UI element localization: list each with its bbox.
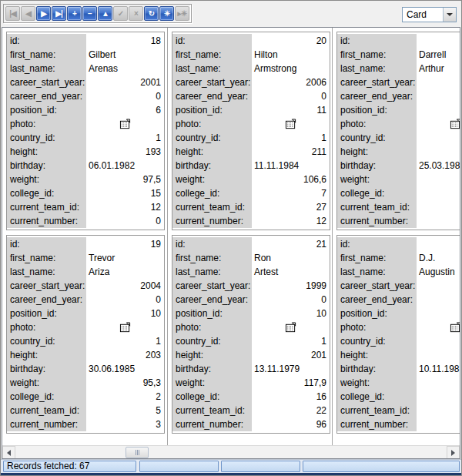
field-value[interactable]: 30.06.1985 bbox=[86, 362, 164, 376]
blob-photo-icon[interactable] bbox=[285, 322, 296, 334]
field-value[interactable] bbox=[417, 279, 460, 293]
field-value[interactable] bbox=[417, 376, 460, 390]
field-value[interactable]: 1999 bbox=[252, 279, 330, 293]
field-value[interactable]: 12 bbox=[86, 200, 164, 214]
field-value[interactable]: Artest bbox=[252, 265, 330, 279]
field-value[interactable]: 5 bbox=[86, 404, 164, 417]
field-value[interactable]: 2006 bbox=[252, 75, 330, 89]
field-value[interactable] bbox=[417, 334, 460, 348]
refresh-button[interactable]: ↻ bbox=[144, 6, 159, 21]
field-value[interactable]: 20 bbox=[252, 34, 330, 48]
field-value[interactable]: 12 bbox=[252, 214, 330, 228]
scrollbar-thumb[interactable] bbox=[126, 447, 149, 458]
field-value[interactable]: 203 bbox=[86, 348, 164, 362]
field-value[interactable]: 1 bbox=[86, 131, 164, 145]
field-value[interactable] bbox=[86, 117, 164, 131]
field-value[interactable] bbox=[252, 320, 330, 334]
field-value[interactable]: 106,6 bbox=[252, 173, 330, 186]
field-value[interactable]: Arenas bbox=[86, 62, 164, 75]
field-value[interactable] bbox=[417, 200, 460, 214]
last-record-button[interactable]: ▶| bbox=[52, 6, 66, 21]
field-value[interactable]: Ariza bbox=[86, 265, 164, 279]
edit-record-button[interactable]: ▲ bbox=[98, 6, 112, 21]
field-value[interactable]: 0 bbox=[86, 214, 164, 228]
field-value[interactable] bbox=[417, 404, 460, 417]
scroll-right-button[interactable] bbox=[447, 446, 460, 459]
blob-photo-icon[interactable] bbox=[450, 322, 460, 334]
field-value[interactable]: 95,3 bbox=[86, 376, 164, 390]
field-value[interactable]: 0 bbox=[86, 89, 164, 103]
field-value[interactable] bbox=[417, 237, 460, 251]
field-value[interactable]: 2 bbox=[86, 390, 164, 404]
field-value[interactable] bbox=[417, 186, 460, 200]
field-value[interactable]: 16 bbox=[252, 390, 330, 404]
delete-record-button[interactable]: − bbox=[82, 6, 97, 21]
field-value[interactable]: 21 bbox=[252, 237, 330, 251]
field-value[interactable]: Arthur bbox=[417, 62, 460, 75]
field-value[interactable]: 201 bbox=[252, 348, 330, 362]
field-value[interactable] bbox=[417, 293, 460, 307]
field-value[interactable]: D.J. bbox=[417, 251, 460, 265]
field-value[interactable]: 18 bbox=[86, 34, 164, 48]
field-value[interactable]: 11.11.1984 bbox=[252, 159, 330, 173]
next-record-button[interactable]: ▶ bbox=[36, 6, 51, 21]
field-value[interactable]: 10.11.198 bbox=[417, 362, 460, 376]
field-value[interactable]: 7 bbox=[252, 186, 330, 200]
field-value[interactable] bbox=[417, 173, 460, 186]
field-value[interactable]: Armstrong bbox=[252, 62, 330, 75]
field-value[interactable]: 06.01.1982 bbox=[86, 159, 164, 173]
field-value[interactable]: 193 bbox=[86, 145, 164, 159]
field-value[interactable]: Hilton bbox=[252, 48, 330, 62]
field-value[interactable] bbox=[417, 417, 460, 431]
field-value[interactable]: Augustin bbox=[417, 265, 460, 279]
horizontal-scrollbar[interactable] bbox=[2, 445, 460, 458]
field-value[interactable]: 0 bbox=[252, 89, 330, 103]
field-value[interactable]: 211 bbox=[252, 145, 330, 159]
field-value[interactable] bbox=[417, 214, 460, 228]
field-value[interactable]: 117,9 bbox=[252, 376, 330, 390]
combobox-dropdown-button[interactable] bbox=[443, 8, 456, 22]
field-value[interactable]: 15 bbox=[86, 186, 164, 200]
field-value[interactable] bbox=[417, 34, 460, 48]
field-value[interactable]: 2004 bbox=[86, 279, 164, 293]
field-value[interactable]: 96 bbox=[252, 417, 330, 431]
insert-record-button[interactable]: + bbox=[67, 6, 82, 21]
field-value[interactable]: 97,5 bbox=[86, 173, 164, 186]
field-value[interactable] bbox=[417, 145, 460, 159]
filter-button[interactable]: ☀ bbox=[159, 6, 174, 21]
field-value[interactable] bbox=[417, 89, 460, 103]
field-value[interactable]: 10 bbox=[252, 307, 330, 320]
field-value[interactable]: 0 bbox=[252, 293, 330, 307]
blob-photo-icon[interactable] bbox=[450, 119, 460, 130]
field-value[interactable]: 19 bbox=[86, 237, 164, 251]
scroll-left-button[interactable] bbox=[2, 446, 15, 459]
field-value[interactable] bbox=[417, 390, 460, 404]
blob-photo-icon[interactable] bbox=[285, 119, 296, 130]
field-value[interactable]: 1 bbox=[86, 334, 164, 348]
field-value[interactable]: Trevor bbox=[86, 251, 164, 265]
field-value[interactable] bbox=[417, 117, 460, 131]
field-value[interactable] bbox=[86, 320, 164, 334]
field-value[interactable]: 1 bbox=[252, 334, 330, 348]
field-value[interactable] bbox=[417, 75, 460, 89]
view-mode-combobox[interactable]: Card bbox=[402, 7, 457, 22]
field-value[interactable] bbox=[417, 103, 460, 117]
field-value[interactable] bbox=[417, 348, 460, 362]
field-value[interactable]: Darrell bbox=[417, 48, 460, 62]
field-value[interactable]: Gilbert bbox=[86, 48, 164, 62]
field-value[interactable]: 2001 bbox=[86, 75, 164, 89]
field-value[interactable]: 11 bbox=[252, 103, 330, 117]
field-value[interactable]: 27 bbox=[252, 200, 330, 214]
field-value[interactable]: 22 bbox=[252, 404, 330, 417]
blob-photo-icon[interactable] bbox=[119, 322, 131, 334]
field-value[interactable]: 10 bbox=[86, 307, 164, 320]
field-value[interactable]: 25.03.198 bbox=[417, 159, 460, 173]
field-value[interactable] bbox=[417, 307, 460, 320]
field-value[interactable] bbox=[417, 131, 460, 145]
field-value[interactable]: Ron bbox=[252, 251, 330, 265]
field-value[interactable] bbox=[417, 320, 460, 334]
blob-photo-icon[interactable] bbox=[119, 119, 131, 130]
field-value[interactable]: 13.11.1979 bbox=[252, 362, 330, 376]
field-value[interactable]: 0 bbox=[86, 293, 164, 307]
field-value[interactable] bbox=[252, 117, 330, 131]
